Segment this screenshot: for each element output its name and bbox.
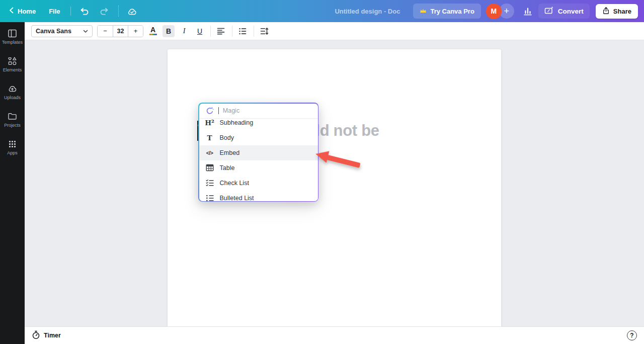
topbar-separator <box>70 7 71 16</box>
underline-button[interactable]: U <box>194 25 206 37</box>
file-menu-button[interactable]: File <box>46 6 63 17</box>
block-type-menu: Magic H² Subheading T Body <box>198 103 318 202</box>
home-button[interactable]: Home <box>6 5 39 17</box>
menu-item-check-list[interactable]: Check List <box>199 176 318 191</box>
templates-icon <box>8 29 17 38</box>
table-icon <box>205 164 214 171</box>
convert-label: Convert <box>558 8 584 15</box>
body-text-icon: T <box>205 134 214 142</box>
document-title[interactable]: Untitled design - Doc <box>335 8 400 15</box>
file-label: File <box>49 8 60 15</box>
sidebar-item-elements[interactable]: Elements <box>0 56 25 72</box>
toolbar-separator <box>232 26 232 37</box>
share-icon <box>602 7 610 16</box>
topbar: Home File Untitled design - Doc <box>0 0 644 22</box>
alignment-button[interactable] <box>214 25 227 37</box>
menu-item-subheading[interactable]: H² Subheading <box>199 119 318 130</box>
bold-button[interactable]: B <box>163 25 175 37</box>
sidebar-item-apps[interactable]: Apps <box>0 139 25 155</box>
insights-button[interactable] <box>521 5 534 18</box>
check-list-icon <box>205 179 214 187</box>
redo-icon <box>100 7 109 16</box>
italic-button[interactable]: I <box>178 25 190 37</box>
chevron-left-icon <box>9 7 14 15</box>
toolbar-separator <box>210 26 211 37</box>
embed-code-icon: </> <box>205 150 214 156</box>
apps-grid-icon <box>8 139 17 149</box>
question-mark-icon: ? <box>630 332 633 339</box>
line-spacing-button[interactable] <box>258 25 271 37</box>
cloud-check-icon <box>127 7 137 16</box>
font-size-decrease-button[interactable]: − <box>98 26 113 37</box>
undo-button[interactable] <box>78 5 91 18</box>
menu-item-bulleted-list[interactable]: Bulleted List <box>199 191 318 201</box>
editor-canvas: Write what should not be Magic <box>25 40 644 326</box>
timer-button[interactable]: Timer <box>32 330 61 341</box>
format-toolbar: Canva Sans − 32 + A B I U <box>25 22 644 40</box>
folder-icon <box>8 112 17 121</box>
magic-input[interactable]: Magic <box>199 104 318 118</box>
statusbar: Timer ? <box>25 326 644 344</box>
crown-icon <box>420 8 427 15</box>
help-button[interactable]: ? <box>627 330 637 340</box>
avatar[interactable]: M <box>486 4 502 19</box>
share-label: Share <box>613 8 631 15</box>
plus-icon: + <box>504 6 510 17</box>
sidebar-item-uploads[interactable]: Uploads <box>0 84 25 100</box>
font-size-value[interactable]: 32 <box>113 26 128 37</box>
sidebar-item-projects[interactable]: Projects <box>0 112 25 128</box>
align-left-icon <box>216 27 225 36</box>
convert-magic-icon <box>544 6 554 17</box>
convert-button[interactable]: Convert <box>538 4 590 19</box>
menu-item-table[interactable]: Table <box>199 160 318 176</box>
upload-cloud-icon <box>8 84 17 94</box>
rainbow-color-bar <box>149 34 157 35</box>
bulleted-list-icon <box>205 194 214 201</box>
stopwatch-icon <box>32 330 40 341</box>
bar-chart-icon <box>523 7 533 16</box>
canva-doc-editor: Home File Untitled design - Doc <box>0 0 644 344</box>
try-canva-pro-button[interactable]: Try Canva Pro <box>413 4 480 19</box>
menu-list: H² Subheading T Body </> Embed <box>199 119 318 201</box>
menu-item-embed[interactable]: </> Embed <box>199 145 318 160</box>
line-spacing-icon <box>260 27 269 36</box>
font-size-stepper: − 32 + <box>97 25 143 37</box>
redo-button[interactable] <box>98 5 111 18</box>
text-color-button[interactable]: A <box>147 25 159 37</box>
font-name: Canva Sans <box>36 28 71 35</box>
bulleted-list-icon <box>238 27 247 36</box>
elements-icon <box>8 56 17 66</box>
menu-item-body[interactable]: T Body <box>199 130 318 145</box>
topbar-separator-dotted <box>118 6 119 17</box>
home-label: Home <box>18 8 36 15</box>
toolbar-separator <box>254 26 254 37</box>
magic-write-icon <box>205 107 214 115</box>
try-pro-label: Try Canva Pro <box>430 8 474 15</box>
chevron-down-icon <box>83 28 88 35</box>
sidebar: Templates Elements Uploads Projects Apps <box>0 22 25 344</box>
list-button[interactable] <box>236 25 249 37</box>
input-caret <box>218 107 219 114</box>
sidebar-item-templates[interactable]: Templates <box>0 29 25 45</box>
share-button[interactable]: Share <box>596 4 638 19</box>
timer-label: Timer <box>44 332 61 339</box>
cloud-save-status[interactable] <box>126 5 139 18</box>
font-size-increase-button[interactable]: + <box>128 26 143 37</box>
undo-icon <box>79 7 89 16</box>
subheading-icon: H² <box>205 119 214 127</box>
font-family-select[interactable]: Canva Sans <box>31 25 93 37</box>
magic-placeholder: Magic <box>223 107 239 114</box>
